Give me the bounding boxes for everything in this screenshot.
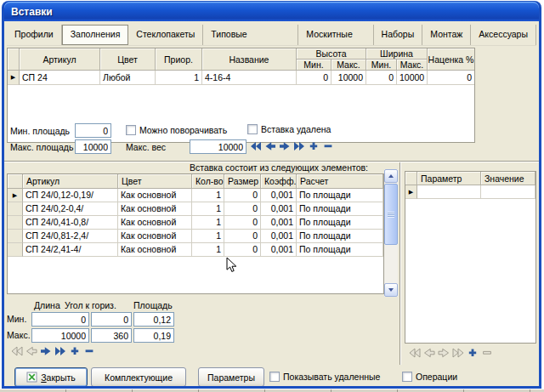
delete-record-button	[481, 348, 493, 358]
cell: СП 24	[20, 71, 100, 85]
table-row[interactable]: СП 24/0,41-0,8/Как основной100,001По пло…	[8, 216, 383, 230]
vertical-divider[interactable]	[400, 162, 401, 365]
min-length-input[interactable]	[31, 312, 89, 327]
tab-profiles[interactable]: Профили	[7, 25, 62, 45]
components-button-label: Комплектующие	[105, 372, 173, 383]
angle-col-label: Угол к гориз.	[65, 300, 116, 310]
col-color[interactable]: Цвет	[100, 48, 156, 71]
table-row[interactable]: ▶	[405, 185, 536, 199]
elements-grid[interactable]: Артикул Цвет Кол-во Размер Коэфф. Расчет…	[7, 173, 384, 294]
col-name[interactable]: Название	[202, 48, 297, 71]
parameters-button[interactable]: Параметры	[198, 367, 264, 386]
col-param[interactable]: Параметр	[417, 172, 481, 185]
table-row[interactable]: ▶СП 24Любой14-16-40100000100000	[8, 71, 474, 85]
col-artikul[interactable]: Артикул	[20, 48, 100, 71]
table-row[interactable]: СП 24/0,2-0,4/Как основной100,001По площ…	[8, 202, 383, 216]
prev-record-button[interactable]	[264, 141, 276, 151]
max-weight-input[interactable]	[190, 139, 246, 154]
insert-record-button[interactable]	[467, 348, 479, 358]
title-bar[interactable]: Вставки	[4, 2, 539, 21]
table-row[interactable]: ▶СП 24/0,12-0,19/Как основной100,001По п…	[8, 189, 383, 202]
insert-deleted-checkbox[interactable]	[247, 124, 258, 134]
current-row-marker	[8, 230, 23, 243]
col-height-max[interactable]: Макс.	[332, 60, 366, 71]
scroll-down-button[interactable]	[384, 283, 398, 297]
close-button[interactable]: Закрыть	[14, 367, 88, 386]
cell: 1	[192, 189, 224, 202]
col-width-min[interactable]: Мин.	[366, 60, 397, 71]
first-record-button[interactable]	[250, 141, 262, 151]
tab-sets[interactable]: Наборы	[374, 25, 423, 45]
col-markup[interactable]: Наценка %	[428, 48, 475, 71]
last-record-button[interactable]	[293, 141, 305, 151]
cell: По площади	[297, 230, 383, 243]
cell: Как основной	[118, 230, 192, 243]
table-row[interactable]: СП 24/2,41-4/Как основной100,001По площа…	[8, 243, 383, 257]
params-navigator	[409, 348, 496, 358]
col-coef[interactable]: Коэфф.	[261, 174, 297, 189]
next-record-button[interactable]	[40, 346, 52, 356]
close-button-label: Закрыть	[41, 372, 75, 383]
min-area-input[interactable]	[75, 123, 111, 138]
col-qty[interactable]: Кол-во	[192, 174, 224, 189]
tab-glass-units[interactable]: Стеклопакеты	[128, 25, 203, 45]
can-rotate-checkbox[interactable]	[126, 125, 136, 135]
operations-label: Операции	[416, 372, 457, 382]
elements-section-title: Вставка состоит из следующих элементов:	[190, 162, 368, 173]
elements-scrollbar[interactable]	[384, 169, 398, 297]
marker-header-cell	[405, 172, 417, 185]
col-width-max[interactable]: Макс.	[397, 60, 428, 71]
insert-record-button[interactable]	[69, 346, 81, 356]
min-area-label: Мин. площадь	[10, 126, 70, 136]
delete-record-button[interactable]	[83, 346, 95, 356]
close-icon	[26, 372, 37, 383]
max-area-input[interactable]	[75, 139, 111, 154]
elements-grid-header: Артикул Цвет Кол-во Размер Коэфф. Расчет	[8, 174, 383, 189]
max-angle-input[interactable]	[91, 328, 132, 343]
cell: СП 24/2,41-4/	[23, 243, 118, 257]
min-area-limit-input[interactable]	[133, 312, 174, 327]
insert-record-button[interactable]	[308, 141, 320, 151]
tab-typical-glass-units[interactable]: Типовые стеклопакеты	[203, 25, 298, 45]
cell: 1	[192, 230, 224, 243]
limits-navigator	[11, 346, 98, 356]
delete-record-button[interactable]	[322, 141, 334, 151]
cell: 0	[224, 243, 261, 257]
min-angle-input[interactable]	[91, 312, 132, 327]
show-deleted-checkbox[interactable]	[269, 372, 280, 382]
components-button[interactable]: Комплектующие	[91, 367, 186, 386]
inserts-grid-body: ▶СП 24Любой14-16-40100000100000	[8, 71, 474, 85]
tab-fillings[interactable]: Заполнения	[62, 25, 129, 45]
col-artikul[interactable]: Артикул	[23, 174, 118, 189]
col-size[interactable]: Размер	[224, 174, 261, 189]
col-color[interactable]: Цвет	[118, 174, 192, 189]
params-grid[interactable]: Параметр Значение ▶	[405, 171, 536, 344]
tab-mounting[interactable]: Монтаж	[422, 25, 471, 45]
current-row-marker	[8, 243, 23, 257]
cell: 0,001	[261, 202, 297, 216]
col-value[interactable]: Значение	[481, 172, 536, 185]
tab-mosquito-nets[interactable]: Москитные сетки	[298, 25, 373, 45]
last-record-button	[452, 348, 464, 358]
col-priority[interactable]: Приор.	[156, 48, 202, 71]
show-deleted-label: Показывать удаленные	[283, 372, 380, 382]
cell: 0	[428, 71, 475, 85]
last-record-button[interactable]	[54, 346, 66, 356]
tab-accessories[interactable]: Аксессуары	[471, 25, 536, 45]
cell: 0,001	[261, 230, 297, 243]
max-length-input[interactable]	[31, 328, 89, 343]
operations-checkbox[interactable]	[402, 372, 412, 382]
col-height-min[interactable]: Мин.	[297, 60, 332, 71]
col-calc[interactable]: Расчет	[297, 174, 383, 189]
scroll-up-button[interactable]	[384, 169, 398, 183]
cell: Как основной	[118, 189, 192, 202]
table-row[interactable]: СП 24/0,81-2,4/Как основной100,001По пло…	[8, 230, 383, 243]
prev-record-button	[26, 346, 37, 356]
cell: Любой	[100, 71, 156, 85]
next-record-button[interactable]	[279, 141, 291, 151]
scrollbar-thumb[interactable]	[384, 184, 398, 245]
cell: 1	[156, 71, 202, 85]
current-row-marker: ▶	[8, 189, 23, 202]
marker-header-cell	[8, 174, 23, 189]
max-area-limit-input[interactable]	[133, 328, 174, 343]
